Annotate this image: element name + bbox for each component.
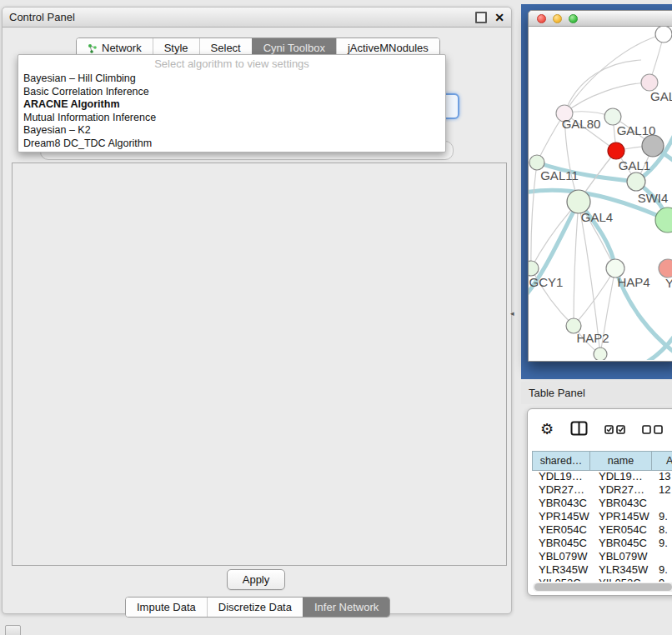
- table-header-row: shared… name A: [532, 451, 672, 471]
- apply-button[interactable]: Apply: [227, 569, 285, 590]
- algorithm-dropdown-prompt: Select algorithm to view settings: [18, 55, 445, 72]
- split-columns-icon[interactable]: [570, 421, 588, 438]
- network-node-label: GAL4: [581, 210, 613, 224]
- algorithm-option[interactable]: Mutual Information Inference: [18, 112, 445, 125]
- table-row[interactable]: YER054CYER054C8.: [532, 523, 672, 537]
- network-node-label: GAL80: [562, 117, 601, 131]
- column-header-name-label: name: [608, 455, 634, 467]
- panel-splitter-arrow-icon[interactable]: ◂: [510, 309, 514, 318]
- network-node[interactable]: [655, 208, 672, 232]
- network-node-gal[interactable]: [641, 74, 658, 91]
- zoom-icon[interactable]: [569, 14, 578, 23]
- deselect-checkboxes-icon[interactable]: [642, 425, 663, 434]
- table-row[interactable]: YPR145WYPR145W9.: [532, 510, 672, 523]
- network-node-swi4[interactable]: [627, 172, 645, 191]
- network-view-window: GALGAL80GAL10GAL1SWI4GAL11GAL4GCY1HAP4YH…: [528, 10, 672, 362]
- network-node-gcy1[interactable]: [529, 261, 539, 276]
- table-body[interactable]: YDL19…YDL19…13YDR27…YDR27…12YBR043CYBR04…: [532, 470, 672, 582]
- tab-discretize-data[interactable]: Discretize Data: [207, 598, 303, 617]
- table-cell: YER054C: [532, 523, 590, 537]
- network-node[interactable]: [642, 135, 664, 157]
- table-cell: YBL079W: [532, 550, 590, 563]
- float-window-icon[interactable]: [475, 12, 487, 23]
- table-row[interactable]: YBR043CYBR043C: [532, 497, 672, 510]
- algorithm-option[interactable]: Dream8 DC_TDC Algorithm: [18, 138, 445, 151]
- network-node-gal1[interactable]: [608, 142, 624, 159]
- network-node-label: GAL: [650, 89, 672, 103]
- network-view-frame: GALGAL80GAL10GAL1SWI4GAL11GAL4GCY1HAP4YH…: [521, 4, 672, 379]
- table-row[interactable]: YDR27…YDR27…12: [532, 483, 672, 497]
- select-all-checkboxes-icon[interactable]: [604, 425, 625, 434]
- network-node-label: Y: [665, 276, 672, 290]
- tab-infer-network-label: Infer Network: [314, 601, 379, 613]
- network-canvas[interactable]: GALGAL80GAL10GAL1SWI4GAL11GAL4GCY1HAP4YH…: [529, 27, 672, 360]
- table-row[interactable]: YIL052CYIL052C9.: [532, 577, 672, 582]
- table-horizontal-scrollbar-thumb[interactable]: [534, 583, 672, 591]
- network-node-label: SWI4: [638, 191, 669, 205]
- apply-button-label: Apply: [243, 573, 270, 586]
- column-header-partial-label: A: [666, 455, 672, 467]
- cyni-settings-viewport: [12, 162, 507, 566]
- table-horizontal-scrollbar[interactable]: [533, 582, 672, 592]
- column-header-shared-name-label: shared…: [540, 455, 583, 467]
- table-cell: YDL19…: [590, 470, 652, 483]
- tab-select-label: Select: [211, 42, 241, 54]
- network-node-gal10[interactable]: [604, 108, 621, 125]
- table-cell: YDR27…: [590, 483, 652, 497]
- network-node-label: GAL1: [619, 158, 650, 172]
- tab-discretize-data-label: Discretize Data: [218, 601, 292, 613]
- table-panel-window: ⚙ shared… name A: [527, 408, 672, 596]
- panel-minimize-button[interactable]: [5, 625, 21, 635]
- table-row[interactable]: YLR345WYLR345W9.: [532, 563, 672, 577]
- table-cell: YBR043C: [590, 497, 652, 510]
- network-node[interactable]: [655, 27, 672, 42]
- network-nodes[interactable]: GALGAL80GAL10GAL1SWI4GAL11GAL4GCY1HAP4YH…: [529, 27, 672, 360]
- table-cell: 9.: [652, 510, 672, 523]
- control-panel-window: Control Panel ✕ Network Style Select Cyn…: [2, 7, 512, 614]
- table-panel-labelbar: Table Panel: [521, 382, 672, 404]
- table-cell: [652, 497, 672, 510]
- table-cell: YBR045C: [590, 537, 652, 550]
- network-node-label: GAL11: [540, 168, 579, 182]
- tab-jactivemnodules-label: jActiveMNodules: [348, 42, 429, 54]
- table-cell: YBR045C: [532, 537, 590, 550]
- tab-impute-data[interactable]: Impute Data: [126, 598, 207, 617]
- algorithm-option[interactable]: Bayesian – K2: [18, 124, 445, 138]
- control-panel-title: Control Panel: [9, 11, 75, 23]
- settings-gear-icon[interactable]: ⚙: [540, 422, 554, 437]
- table-cell: 9.: [652, 577, 672, 582]
- minimize-icon[interactable]: [553, 14, 562, 23]
- column-header-shared-name[interactable]: shared…: [532, 452, 590, 470]
- table-cell: [652, 550, 672, 563]
- network-node[interactable]: [594, 348, 607, 360]
- tab-infer-network[interactable]: Infer Network: [303, 598, 389, 617]
- algorithm-option[interactable]: ARACNE Algorithm: [18, 98, 445, 112]
- network-icon: [88, 43, 98, 53]
- table-cell: YDL19…: [532, 470, 590, 483]
- table-cell: YLR345W: [590, 563, 652, 577]
- table-row[interactable]: YBL079WYBL079W: [532, 550, 672, 563]
- algorithm-option[interactable]: Basic Correlation Inference: [18, 86, 445, 99]
- algorithm-dropdown-popup: Select algorithm to view settings Bayesi…: [18, 54, 446, 152]
- tab-style-label: Style: [164, 42, 188, 54]
- algorithm-option[interactable]: Bayesian – Hill Climbing: [18, 72, 445, 86]
- table-cell: YDR27…: [532, 483, 590, 497]
- column-header-partial[interactable]: A: [652, 452, 672, 470]
- algorithm-dropdown-list: Bayesian – Hill ClimbingBasic Correlatio…: [18, 72, 445, 150]
- close-icon[interactable]: ✕: [494, 13, 504, 22]
- table-cell: 13: [652, 470, 672, 483]
- table-cell: 8.: [652, 523, 672, 537]
- network-node-y[interactable]: [659, 259, 672, 278]
- column-header-name[interactable]: name: [590, 452, 652, 470]
- table-cell: 9.: [652, 537, 672, 550]
- table-row[interactable]: YDL19…YDL19…13: [532, 470, 672, 483]
- tab-impute-data-label: Impute Data: [137, 601, 196, 613]
- table-row[interactable]: YBR045CYBR045C9.: [532, 537, 672, 550]
- table-toolbar: ⚙: [528, 409, 672, 449]
- network-window-titlebar: [529, 11, 672, 27]
- table-cell: YPR145W: [590, 510, 652, 523]
- table-cell: YER054C: [590, 523, 652, 537]
- close-icon[interactable]: [537, 14, 546, 23]
- table-cell: YBR043C: [532, 497, 590, 510]
- table-cell: 9.: [652, 563, 672, 577]
